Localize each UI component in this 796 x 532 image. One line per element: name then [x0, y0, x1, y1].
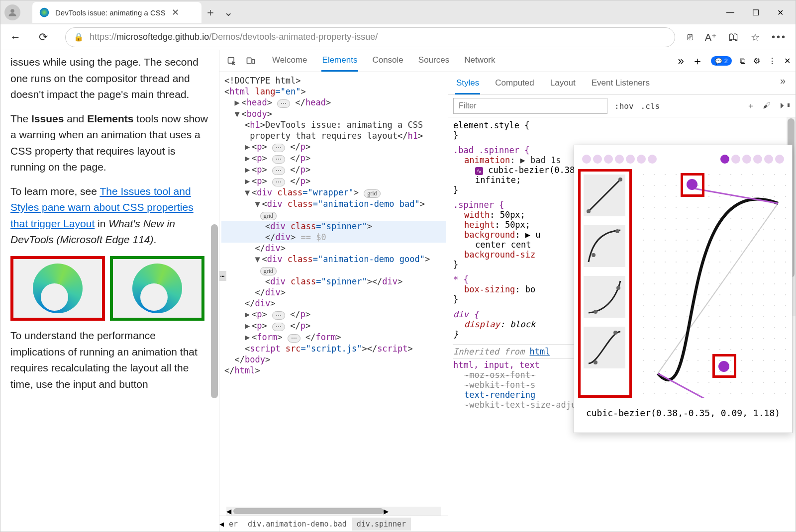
content-p3: To learn more, see The Issues tool and S… — [10, 183, 209, 248]
content-scrollbar[interactable] — [211, 224, 218, 398]
maximize-icon[interactable]: ☐ — [752, 8, 759, 17]
toolbar-right: » ＋ 2 ⧉ ⚙ ⋮ ✕ — [678, 54, 791, 69]
bezier-handle-1[interactable] — [687, 179, 697, 190]
minimize-icon[interactable]: ― — [726, 8, 734, 17]
svg-point-7 — [587, 209, 591, 213]
content-p1: issues while using the page. The second … — [10, 54, 209, 103]
tab-title: DevTools issue: animating a CSS — [55, 8, 166, 17]
logo-row — [10, 256, 209, 321]
crumb-item-active[interactable]: div.spinner — [352, 518, 411, 531]
bezier-handle-2[interactable] — [718, 361, 729, 372]
bezier-graph[interactable] — [638, 169, 788, 398]
tab-event-listeners[interactable]: Event Listeners — [591, 75, 651, 94]
new-rule-icon[interactable]: ＋ — [747, 101, 755, 111]
tab-sources[interactable]: Sources — [417, 50, 450, 72]
breadcrumb: ◀ er div.animation-demo.bad div.spinner — [219, 516, 448, 532]
svg-line-6 — [589, 179, 620, 211]
tab-welcome[interactable]: Welcome — [271, 50, 308, 72]
styles-tabs: Styles Computed Layout Event Listeners » — [448, 72, 796, 95]
browser-window: DevTools issue: animating a CSS ✕ ＋ ⌄ ― … — [0, 0, 796, 532]
row-menu-icon[interactable]: ⋯ — [219, 271, 226, 281]
bezier-preview — [578, 149, 788, 169]
devtools-tabs: Welcome Elements Console Sources Network — [271, 50, 497, 72]
more-icon[interactable]: ••• — [772, 31, 787, 43]
address-bar: ← ⟳ 🔒 https://microsoftedge.github.io/De… — [0, 24, 796, 50]
edge-logo-icon — [132, 264, 182, 313]
elements-hscroll[interactable]: ◀▶ — [226, 507, 441, 516]
addrbar-actions: ⎚ A⁺ 🕮 ☆ ••• — [687, 31, 791, 43]
body-split: issues while using the page. The second … — [0, 50, 796, 532]
more-tabs-icon[interactable]: » — [678, 55, 684, 68]
url-text: https://microsoftedge.github.io/Demos/de… — [90, 32, 378, 42]
preset-ease-in-out[interactable] — [584, 327, 625, 368]
inspect-icon[interactable] — [224, 54, 239, 69]
hov-toggle[interactable]: :hov — [614, 101, 634, 111]
edge-logo-icon — [33, 264, 83, 313]
styles-filter-input[interactable] — [453, 98, 607, 114]
bezier-presets — [578, 169, 632, 398]
issues-badge[interactable]: 2 — [711, 56, 732, 66]
svg-point-0 — [10, 9, 14, 13]
svg-point-13 — [594, 360, 597, 364]
browser-tab[interactable]: DevTools issue: animating a CSS ✕ — [32, 2, 201, 23]
kebab-icon[interactable]: ⋮ — [768, 56, 776, 66]
close-devtools-icon[interactable]: ✕ — [784, 56, 791, 66]
svg-point-8 — [618, 177, 622, 181]
window-controls: ― ☐ ✕ — [726, 8, 792, 17]
device-icon[interactable] — [243, 54, 258, 69]
styles-pane: Styles Computed Layout Event Listeners »… — [448, 72, 796, 532]
content-p4: To understand the performance implicatio… — [10, 328, 209, 392]
svg-line-17 — [693, 188, 778, 203]
svg-point-2 — [40, 8, 49, 17]
svg-point-11 — [594, 310, 597, 314]
tab-menu-button[interactable]: ⌄ — [219, 6, 237, 19]
svg-line-15 — [658, 203, 778, 373]
brush-icon[interactable]: 🖌 — [763, 101, 771, 111]
close-tab-icon[interactable]: ✕ — [172, 7, 179, 18]
app-icon[interactable]: ⎚ — [687, 31, 693, 43]
refresh-button[interactable]: ⟳ — [33, 27, 53, 47]
add-tab-icon[interactable]: ＋ — [692, 54, 703, 69]
reader-icon[interactable]: 🕮 — [729, 31, 739, 43]
svg-rect-5 — [252, 59, 255, 63]
titlebar: DevTools issue: animating a CSS ✕ ＋ ⌄ ― … — [0, 0, 796, 24]
preset-ease-in[interactable] — [584, 276, 625, 318]
svg-rect-4 — [247, 58, 251, 64]
tab-computed[interactable]: Computed — [494, 75, 535, 94]
edge-favicon-icon — [39, 7, 49, 17]
logo-good — [110, 256, 204, 321]
favorite-icon[interactable]: ☆ — [751, 31, 760, 43]
preset-ease-out[interactable] — [584, 225, 625, 267]
panel-icon[interactable]: ⏵▮ — [779, 101, 791, 111]
activity-icon[interactable]: ⧉ — [740, 57, 745, 66]
devtools-toolbar: Welcome Elements Console Sources Network… — [219, 50, 796, 72]
preset-linear[interactable] — [584, 175, 625, 216]
bezier-icon[interactable]: ∿ — [475, 167, 483, 175]
settings-icon[interactable]: ⚙ — [753, 56, 760, 66]
elements-tree[interactable]: ⋯ <!DOCTYPE html> <html lang="en"> ▶<hea… — [219, 72, 448, 532]
read-aloud-icon[interactable]: A⁺ — [705, 31, 717, 43]
svg-point-12 — [616, 286, 620, 290]
cls-toggle[interactable]: .cls — [641, 101, 660, 111]
close-window-icon[interactable]: ✕ — [777, 8, 784, 17]
content-p2: The Issues and Elements tools now show a… — [10, 111, 209, 176]
tab-network[interactable]: Network — [463, 50, 496, 72]
crumb-item[interactable]: er — [224, 518, 243, 531]
crumb-item[interactable]: div.animation-demo.bad — [243, 518, 352, 531]
svg-point-9 — [592, 253, 596, 257]
tab-console[interactable]: Console — [371, 50, 404, 72]
page-content: issues while using the page. The second … — [0, 50, 219, 532]
bezier-editor: cubic-bezier(0.38,-0.35, 0.09, 1.18) — [574, 145, 793, 433]
omnibox[interactable]: 🔒 https://microsoftedge.github.io/Demos/… — [65, 27, 675, 47]
back-button[interactable]: ← — [5, 27, 25, 47]
tab-elements[interactable]: Elements — [321, 50, 359, 72]
new-tab-button[interactable]: ＋ — [201, 5, 219, 20]
profile-icon[interactable] — [4, 4, 20, 20]
styles-filter-bar: :hov .cls ＋ 🖌 ⏵▮ — [448, 95, 796, 117]
tab-layout[interactable]: Layout — [549, 75, 577, 94]
svg-point-10 — [615, 229, 619, 233]
tab-styles[interactable]: Styles — [455, 75, 480, 94]
crumb-left-icon[interactable]: ◀ — [219, 520, 224, 529]
more-tabs-icon[interactable]: » — [780, 75, 789, 94]
svg-point-14 — [613, 331, 617, 335]
